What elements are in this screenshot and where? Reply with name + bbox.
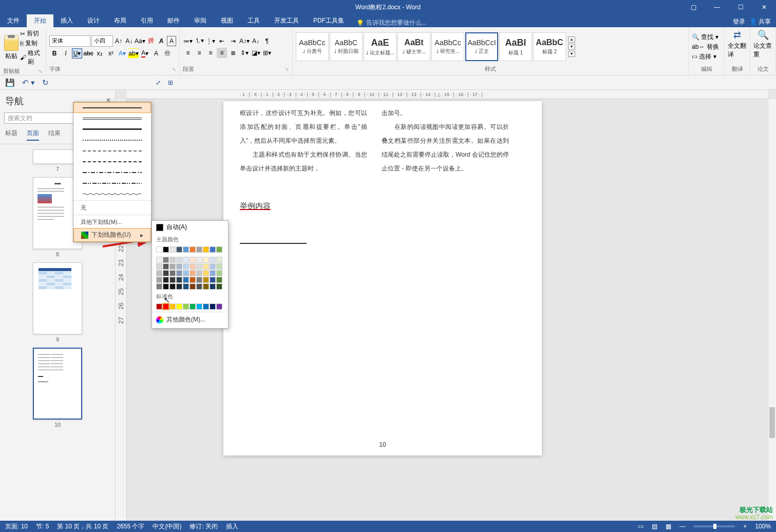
nav-tab-results[interactable]: 结果 — [48, 129, 61, 141]
grow-font-button[interactable]: A↑ — [114, 36, 123, 46]
font-launcher[interactable]: ⤡ — [172, 67, 176, 72]
scroll-thumb[interactable] — [769, 407, 775, 438]
color-swatch[interactable] — [156, 270, 162, 276]
align-center-button[interactable]: ≡ — [194, 48, 204, 58]
justify-button[interactable]: ≡ — [217, 48, 227, 58]
color-swatch[interactable] — [210, 270, 216, 276]
horizontal-ruler[interactable]: · 1 · | · X · | · 1 · | · 2 · | · 3 · | … — [127, 90, 768, 99]
status-page[interactable]: 页面: 10 — [5, 522, 28, 531]
color-swatch[interactable] — [156, 246, 162, 253]
color-swatch[interactable] — [216, 283, 222, 290]
more-colors-button[interactable]: 其他颜色(M)... — [152, 313, 228, 326]
qat-extra2-icon[interactable]: ⊞ — [168, 79, 173, 86]
login-link[interactable]: 登录 — [733, 17, 745, 26]
line-spacing-button[interactable]: ⇕▾ — [239, 48, 250, 58]
color-swatch[interactable] — [210, 246, 216, 253]
tab-review[interactable]: 审阅 — [187, 14, 214, 27]
duplicate-check-button[interactable]: 论文查重 — [753, 42, 772, 59]
nav-tab-pages[interactable]: 页面 — [27, 129, 39, 141]
numbering-button[interactable]: ⒈▾ — [194, 36, 204, 46]
text-effects-button[interactable]: A▾ — [117, 48, 127, 59]
align-right-button[interactable]: ≡ — [205, 48, 216, 58]
underline-style-dotdash[interactable] — [73, 167, 151, 178]
color-swatch[interactable] — [156, 263, 162, 270]
status-track-changes[interactable]: 修订: 关闭 — [190, 522, 218, 531]
underline-style-dash[interactable] — [73, 145, 151, 156]
font-size-input[interactable] — [91, 35, 113, 47]
view-print-icon[interactable]: ▤ — [652, 523, 657, 530]
vertical-scrollbar[interactable] — [768, 99, 776, 521]
color-swatch[interactable] — [203, 270, 209, 276]
sort-button[interactable]: A↓ — [251, 36, 261, 46]
underline-style-wave[interactable] — [73, 188, 151, 199]
char-shading-button[interactable]: A — [151, 48, 161, 59]
color-swatch[interactable] — [183, 283, 189, 290]
zoom-level[interactable]: 100% — [755, 523, 771, 530]
color-swatch[interactable] — [196, 277, 202, 283]
color-swatch[interactable] — [176, 246, 182, 253]
find-button[interactable]: 🔍 查找 ▾ — [692, 33, 719, 42]
status-insert-mode[interactable]: 插入 — [226, 522, 238, 531]
color-swatch[interactable] — [163, 263, 169, 270]
color-swatch[interactable] — [169, 303, 176, 310]
color-swatch[interactable] — [190, 246, 196, 253]
char-border-button[interactable]: A — [167, 36, 176, 46]
tab-layout[interactable]: 布局 — [107, 14, 134, 27]
decrease-indent-button[interactable]: ⇤ — [217, 36, 227, 46]
tab-pdf[interactable]: PDF工具集 — [306, 14, 351, 27]
thumbnail-9[interactable] — [33, 262, 82, 334]
zoom-slider[interactable] — [694, 525, 735, 527]
color-swatch[interactable] — [216, 270, 222, 276]
document-page[interactable]: 框设计，这些设计可互为补充。例如，您可以添加匹配的封面、页眉和提要栏。单击"插入… — [223, 101, 542, 455]
multilevel-button[interactable]: ⋮▾ — [205, 36, 216, 46]
styles-row-up[interactable]: ▴ — [568, 36, 575, 43]
replace-button[interactable]: ab↔ 替换 — [692, 43, 719, 51]
zoom-out-button[interactable]: — — [679, 523, 686, 530]
style-item-1[interactable]: AaBbC˩ 封面日期 — [330, 32, 363, 61]
styles-row-down[interactable]: ▾ — [568, 44, 575, 50]
close-icon[interactable]: ✕ — [752, 0, 776, 14]
color-swatch[interactable] — [156, 277, 162, 283]
clipboard-launcher[interactable]: ⤡ — [39, 69, 43, 74]
align-left-button[interactable]: ≡ — [183, 48, 193, 58]
style-item-7[interactable]: AaBbC标题 2 — [533, 32, 566, 61]
color-swatch[interactable] — [216, 257, 222, 263]
thumbnail-10[interactable]: ▬▬▬▬▬▬ ▬▬▬▬▬▬▬▬▬▬▬▬ ▬▬▬▬▬▬▬▬▬▬▬▬ ▬▬▬▬▬▬▬… — [33, 348, 82, 420]
view-read-icon[interactable]: ▭ — [638, 523, 643, 530]
full-translate-button[interactable]: 全文翻译 — [728, 42, 747, 59]
status-word-count[interactable]: 2655 个字 — [117, 522, 144, 531]
color-swatch[interactable] — [183, 263, 189, 270]
maximize-icon[interactable]: ☐ — [729, 0, 752, 14]
tab-view[interactable]: 视图 — [214, 14, 240, 27]
cut-button[interactable]: ✂剪切 — [20, 29, 43, 38]
underline-style-dotdotdash[interactable] — [73, 178, 151, 188]
italic-button[interactable]: I — [61, 48, 71, 59]
tab-developer[interactable]: 开发工具 — [267, 14, 306, 27]
color-swatch[interactable] — [176, 263, 182, 270]
subscript-button[interactable]: x₂ — [94, 48, 105, 59]
underline-style-thick[interactable] — [73, 124, 151, 135]
color-swatch[interactable] — [210, 303, 216, 310]
color-swatch[interactable] — [176, 277, 182, 283]
color-swatch[interactable] — [216, 263, 222, 270]
color-swatch[interactable] — [196, 270, 202, 276]
style-item-3[interactable]: AaBt˩ 硕士学... — [398, 32, 430, 61]
color-swatch[interactable] — [216, 277, 222, 283]
color-swatch[interactable] — [216, 246, 222, 253]
color-swatch[interactable] — [183, 277, 189, 283]
color-swatch[interactable] — [196, 257, 202, 263]
style-item-5[interactable]: AaBbCcI˩ 正文 — [465, 32, 498, 61]
para-launcher[interactable]: ⤡ — [285, 67, 289, 72]
color-swatch[interactable] — [196, 283, 202, 290]
share-button[interactable]: 👤 共享 — [749, 17, 771, 26]
underline-button[interactable]: U ▾ — [72, 48, 82, 59]
color-swatch[interactable] — [190, 283, 196, 290]
shrink-font-button[interactable]: A↓ — [124, 36, 134, 46]
color-swatch[interactable] — [156, 257, 162, 263]
color-swatch[interactable] — [210, 283, 216, 290]
color-swatch[interactable] — [190, 257, 196, 263]
distribute-button[interactable]: ≣ — [228, 48, 238, 58]
qat-extra1-icon[interactable]: ⤢ — [156, 79, 161, 86]
color-swatch[interactable] — [203, 277, 209, 283]
tab-design[interactable]: 设计 — [80, 14, 107, 27]
